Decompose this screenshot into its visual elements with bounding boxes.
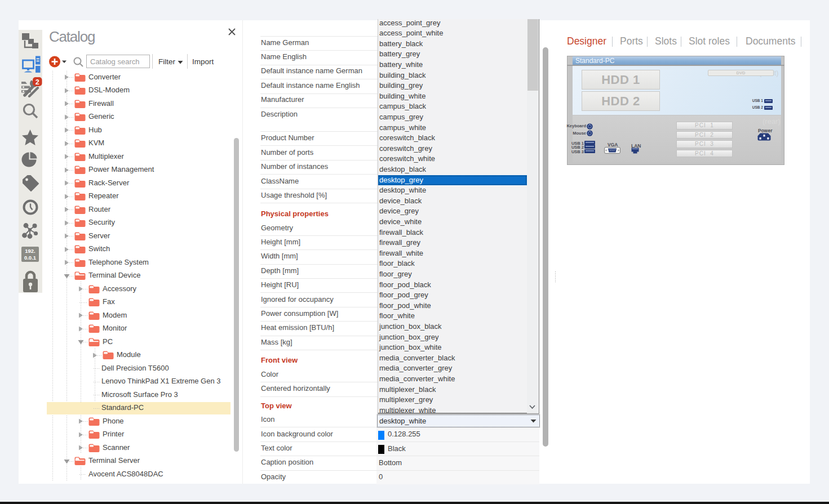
svg-text:2: 2 <box>36 78 39 86</box>
